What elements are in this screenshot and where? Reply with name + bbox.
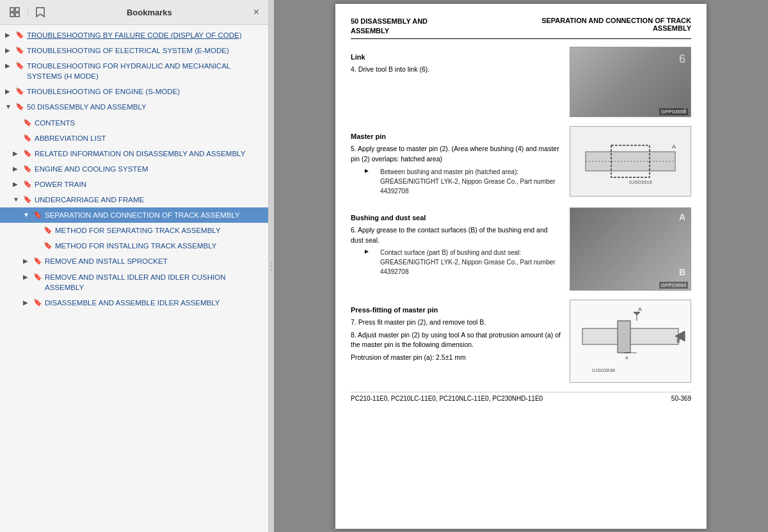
svg-text:A: A (672, 143, 676, 150)
press-fitting-svg: A B a 0JS03838 (573, 303, 688, 380)
note-arrow-icon: ► (364, 167, 376, 196)
panel-title: Bookmarks (127, 8, 172, 17)
step6-row: 6. Apply grease to the contact surfaces … (351, 225, 562, 246)
bookmark-item-related-info[interactable]: ▶ 🔖 RELATED INFORMATION ON DISASSEMBLY A… (0, 146, 268, 161)
bookmark-item-50-disassembly[interactable]: ▼ 🔖 50 DISASSEMBLY AND ASSEMBLY (0, 99, 268, 115)
image-watermark: GPP03694 (659, 282, 688, 289)
expand-arrow-icon: ▶ (23, 299, 31, 306)
note6-row: ► Contact surface (part B) of bushing an… (364, 248, 562, 277)
close-button[interactable]: × (251, 6, 262, 18)
bookmark-item[interactable]: ▶ 🔖 TROUBLESHOOTING OF ENGINE (S-MODE) (0, 84, 268, 99)
step4-text: 4. Drive tool B into link (6). (351, 65, 429, 75)
bookmark-label: ABBREVIATION LIST (35, 133, 106, 143)
bookmark-item-disassemble-idler[interactable]: ▶ 🔖 DISASSEMBLE AND ASSEMBLE IDLER ASSEM… (0, 295, 268, 310)
document-view: 50 DISASSEMBLY AND ASSEMBLY SEPARATION A… (274, 0, 768, 532)
master-pin-svg: A 0JS03916 (573, 129, 688, 193)
svg-rect-2 (10, 13, 14, 17)
bookmark-label: TROUBLESHOOTING OF ENGINE (S-MODE) (27, 86, 180, 97)
bookmark-item-separation-active[interactable]: ▼ 🔖 SEPARATION AND CONNECTION OF TRACK A… (0, 207, 268, 223)
bookmark-item-contents[interactable]: ▶ 🔖 CONTENTS (0, 115, 268, 131)
bookmark-icon: 🔖 (33, 273, 42, 281)
bookmark-label: METHOD FOR INSTALLING TRACK ASSEMBLY (55, 241, 216, 251)
expand-arrow-icon: ▶ (5, 31, 13, 38)
master-pin-section: Master pin 5. Apply grease to master pin… (351, 126, 691, 198)
link-section-label: Link (351, 53, 562, 61)
header-icon-group: | (6, 5, 48, 19)
note5-text: Between bushing and master pin (hatched … (380, 167, 562, 196)
bookmark-label: TROUBLESHOOTING OF ELECTRICAL SYSTEM (E-… (27, 45, 229, 56)
bookmarks-list: ▶ 🔖 TROUBLESHOOTING BY FAILURE CODE (DIS… (0, 25, 268, 532)
svg-rect-10 (618, 321, 630, 353)
bookmark-item-method-separating[interactable]: ▶ 🔖 METHOD FOR SEPARATING TRACK ASSEMBLY (0, 223, 268, 238)
bookmark-label: DISASSEMBLE AND ASSEMBLE IDLER ASSEMBLY (45, 298, 220, 308)
bookmark-icon: 🔖 (23, 165, 32, 173)
bookmark-icon: 🔖 (23, 134, 32, 142)
svg-text:B: B (676, 337, 680, 344)
bookmark-item-engine-cooling[interactable]: ▶ 🔖 ENGINE AND COOLING SYSTEM (0, 161, 268, 177)
expand-arrow-icon: ▶ (23, 273, 31, 280)
step5-text: 5. Apply grease to master pin (2). (Area… (351, 144, 562, 165)
svg-rect-0 (10, 8, 14, 12)
bookmark-icon: 🔖 (44, 226, 52, 234)
bookmark-label: POWER TRAIN (35, 179, 86, 189)
bookmark-icon: 🔖 (15, 31, 24, 39)
bookmark-item-idler[interactable]: ▶ 🔖 REMOVE AND INSTALL IDLER AND IDLER C… (0, 270, 268, 295)
image-master-pin-diagram: A 0JS03916 (570, 126, 691, 197)
bookmark-label: ENGINE AND COOLING SYSTEM (35, 164, 148, 174)
bookmark-item[interactable]: ▶ 🔖 TROUBLESHOOTING BY FAILURE CODE (DIS… (0, 28, 268, 43)
bookmark-item[interactable]: ▶ 🔖 TROUBLESHOOTING OF ELECTRICAL SYSTEM… (0, 43, 268, 58)
bookmark-icon: 🔖 (33, 211, 42, 219)
svg-rect-1 (15, 8, 19, 12)
svg-text:0JS03916: 0JS03916 (629, 179, 653, 185)
bookmark-label: 50 DISASSEMBLY AND ASSEMBLY (27, 102, 147, 112)
master-pin-text-col: Master pin 5. Apply grease to master pin… (351, 126, 562, 198)
bookmark-icon: 🔖 (15, 87, 24, 95)
header-section-label: 50 DISASSEMBLY AND ASSEMBLY (351, 17, 428, 35)
footer-page-number: 50-369 (671, 395, 691, 402)
bookmark-label: UNDERCARRIAGE AND FRAME (35, 195, 144, 205)
expand-arrow-icon: ▶ (5, 88, 13, 95)
bookmark-icon: 🔖 (44, 241, 52, 250)
bookmark-icon: 🔖 (15, 102, 24, 111)
expand-arrow-icon: ▶ (13, 150, 20, 157)
image-watermark: GPP03658 (659, 108, 688, 115)
bookmark-item-sprocket[interactable]: ▶ 🔖 REMOVE AND INSTALL SPROCKET (0, 254, 268, 269)
press-fitting-section: Press-fitting of master pin 7. Press fit… (351, 300, 691, 383)
image-bushing-photo: A B GPP03694 (570, 207, 691, 291)
bookmark-label: RELATED INFORMATION ON DISASSEMBLY AND A… (35, 149, 245, 159)
bookmark-item[interactable]: ▶ 🔖 TROUBLESHOOTING FOR HYDRAULIC AND ME… (0, 58, 268, 84)
bookmarks-panel: | Bookmarks × ▶ 🔖 TROUBLESHOOTING BY FAI… (0, 0, 269, 532)
bushing-section: Bushing and dust seal 6. Apply grease to… (351, 207, 691, 291)
bookmark-label: REMOVE AND INSTALL IDLER AND IDLER CUSHI… (45, 272, 264, 293)
svg-text:0JS03838: 0JS03838 (592, 367, 616, 373)
bookmark-icon: 🔖 (33, 257, 42, 265)
bookmark-icon-button[interactable] (33, 5, 48, 19)
page-document: 50 DISASSEMBLY AND ASSEMBLY SEPARATION A… (335, 4, 707, 529)
expand-arrow-icon: ▶ (13, 181, 20, 188)
link-section: Link 4. Drive tool B into link (6). 6 B … (351, 47, 691, 117)
step7-row: 7. Press fit master pin (2), and remove … (351, 318, 562, 328)
bookmark-item-undercarriage[interactable]: ▼ 🔖 UNDERCARRIAGE AND FRAME (0, 192, 268, 207)
svg-text:a: a (625, 355, 628, 360)
page-header-left: 50 DISASSEMBLY AND ASSEMBLY (351, 17, 466, 36)
bookmark-item-method-installing[interactable]: ▶ 🔖 METHOD FOR INSTALLING TRACK ASSEMBLY (0, 238, 268, 254)
footer-model-label: PC210-11E0, PC210LC-11E0, PC210NLC-11E0,… (351, 395, 543, 402)
press-fitting-text-col: Press-fitting of master pin 7. Press fit… (351, 300, 562, 366)
bushing-text-col: Bushing and dust seal 6. Apply grease to… (351, 207, 562, 280)
page-header: 50 DISASSEMBLY AND ASSEMBLY SEPARATION A… (351, 17, 691, 40)
bookmark-label: TROUBLESHOOTING FOR HYDRAULIC AND MECHAN… (27, 61, 264, 81)
bookmark-item-abbreviation[interactable]: ▶ 🔖 ABBREVIATION LIST (0, 131, 268, 146)
step8a-row: 8. Adjust master pin (2) by using tool A… (351, 330, 562, 351)
bookmark-item-power-train[interactable]: ▶ 🔖 POWER TRAIN (0, 177, 268, 192)
page-header-right: SEPARATION AND CONNECTION OF TRACK ASSEM… (525, 17, 691, 32)
bookmark-icon: 🔖 (33, 298, 42, 307)
svg-text:A: A (638, 306, 642, 312)
grid-view-button[interactable] (6, 5, 23, 19)
step8b-text: Protrusion of master pin (a): 2.5±1 mm (351, 353, 466, 363)
bookmark-icon: 🔖 (23, 180, 32, 188)
expand-arrow-icon: ▶ (23, 257, 31, 264)
resize-handle[interactable]: ⋮ (269, 0, 274, 532)
note5-row: ► Between bushing and master pin (hatche… (364, 167, 562, 196)
bookmark-icon: 🔖 (23, 195, 32, 204)
bushing-label: Bushing and dust seal (351, 214, 562, 222)
